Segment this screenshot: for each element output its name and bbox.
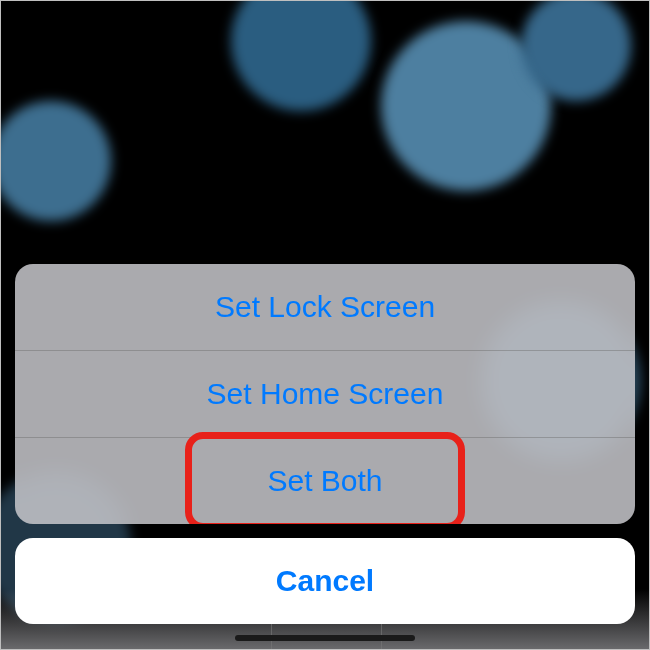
set-lock-screen-label: Set Lock Screen (215, 290, 435, 323)
home-indicator[interactable] (235, 635, 415, 641)
cancel-button[interactable]: Cancel (15, 538, 635, 624)
set-home-screen-button[interactable]: Set Home Screen (15, 350, 635, 437)
set-home-screen-label: Set Home Screen (207, 377, 444, 410)
set-both-button[interactable]: Set Both (15, 437, 635, 524)
set-lock-screen-button[interactable]: Set Lock Screen (15, 264, 635, 350)
set-both-label: Set Both (267, 464, 382, 497)
bokeh-circle (231, 1, 371, 111)
screenshot-frame: Set Lock Screen Set Home Screen Set Both… (0, 0, 650, 650)
action-sheet-options: Set Lock Screen Set Home Screen Set Both (15, 264, 635, 524)
action-sheet-cancel-group: Cancel (15, 538, 635, 624)
cancel-label: Cancel (276, 564, 374, 597)
bokeh-circle (521, 1, 631, 101)
action-sheet: Set Lock Screen Set Home Screen Set Both… (15, 264, 635, 624)
bokeh-circle (1, 101, 111, 221)
